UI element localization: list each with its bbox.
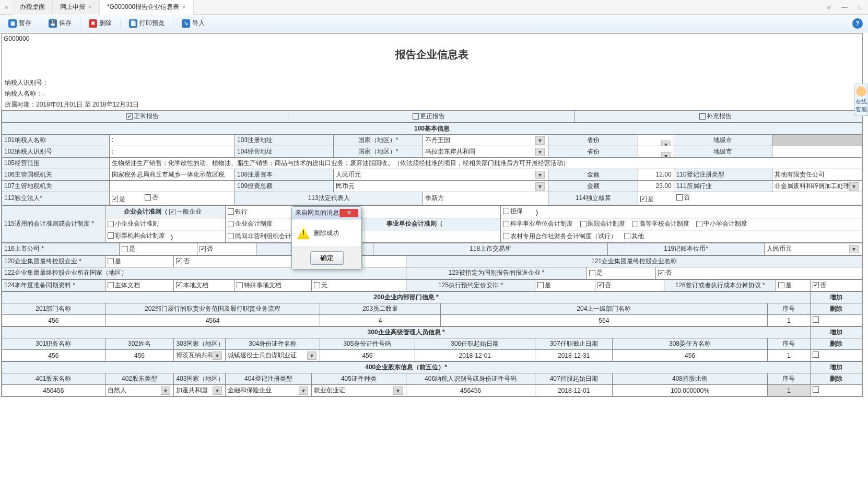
confirm-button[interactable]: 确定 [310, 251, 344, 265]
maximize-icon[interactable]: □ [852, 1, 868, 14]
online-service-widget[interactable]: 在线 客服 [854, 84, 868, 116]
save-button[interactable]: 💾保存 [45, 17, 75, 29]
minimize-icon[interactable]: — [837, 1, 852, 14]
dialog-message: 删除成功 [314, 229, 339, 238]
more-tabs-icon[interactable]: » [821, 1, 837, 14]
tab-report-form[interactable]: *G000000报告企业信息表× [100, 0, 194, 15]
close-icon[interactable]: × [88, 4, 92, 11]
toolbar: ▣暂存 💾保存 ✖删除 📄打印预览 ↘导入 ? [0, 15, 868, 32]
tabs-prev[interactable]: « [0, 4, 13, 11]
close-icon[interactable]: ✕ [339, 209, 358, 217]
face-icon [856, 86, 866, 97]
save-temp-button[interactable]: ▣暂存 [5, 17, 34, 29]
close-icon[interactable]: × [182, 4, 186, 11]
tab-bar: « 办税桌面 网上申报× *G000000报告企业信息表× » — □ [0, 0, 868, 15]
tab-desktop[interactable]: 办税桌面 [13, 0, 53, 15]
document: G000000 报告企业信息表 纳税人识别号： 纳税人名称：. 所属时期：201… [1, 33, 863, 397]
help-icon[interactable]: ? [852, 18, 863, 29]
import-button[interactable]: ↘导入 [179, 17, 208, 29]
warning-icon: ! [297, 227, 310, 239]
tab-online-declare[interactable]: 网上申报× [53, 0, 100, 15]
print-preview-button[interactable]: 📄打印预览 [126, 17, 168, 29]
dialog-mask: 来自网页的消息✕ !删除成功 确定 [2, 34, 862, 396]
delete-button[interactable]: ✖删除 [86, 17, 115, 29]
dialog-title: 来自网页的消息 [295, 208, 339, 217]
confirm-dialog: 来自网页的消息✕ !删除成功 确定 [291, 206, 362, 269]
